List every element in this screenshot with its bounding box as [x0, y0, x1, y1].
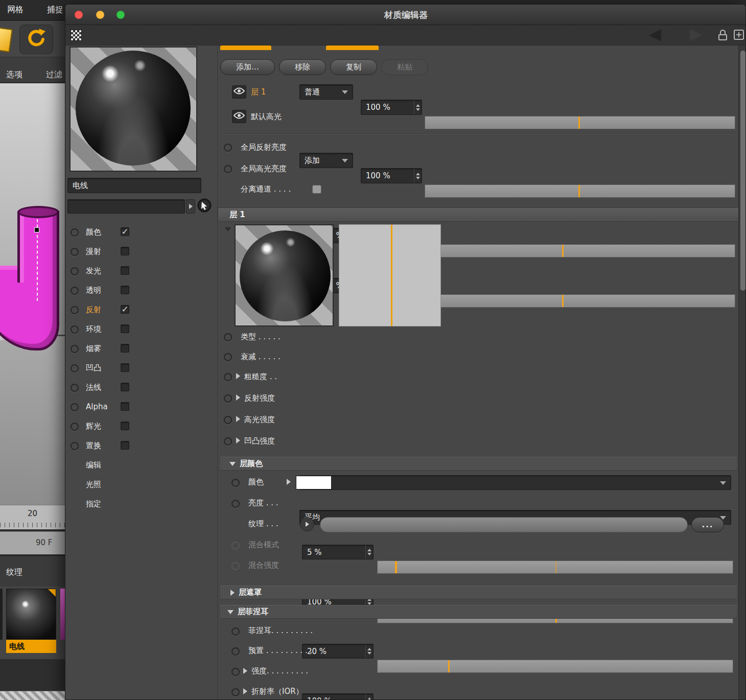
checker-preview-icon[interactable]	[71, 30, 82, 41]
stepper-icon[interactable]	[365, 644, 373, 658]
copy-layer-button[interactable]: 复制	[330, 59, 377, 75]
layer1-curve-preview[interactable]	[339, 224, 441, 326]
layer1-opacity-field[interactable]: 100 %	[361, 100, 422, 115]
type-dropdown[interactable]: GGX	[299, 475, 731, 490]
channel-checkbox[interactable]	[121, 247, 129, 255]
texture-expand-button[interactable]	[300, 517, 314, 531]
texture-more-button[interactable]: ...	[691, 517, 724, 532]
color-swatch[interactable]	[296, 476, 332, 489]
channel-checkbox[interactable]	[121, 422, 129, 430]
search-expand-button[interactable]	[186, 199, 195, 214]
channel-checkbox[interactable]	[121, 286, 129, 294]
roughness-slider[interactable]	[377, 561, 733, 574]
specular-strength-slider[interactable]	[377, 660, 733, 673]
tool-icon-partial[interactable]	[0, 27, 13, 52]
stepper-icon[interactable]	[414, 169, 422, 183]
material-name-field[interactable]: 电线	[67, 178, 201, 193]
collapse-arrow-icon[interactable]	[225, 227, 231, 231]
expand-arrow-icon[interactable]	[236, 373, 240, 379]
layer1-visibility-toggle[interactable]	[232, 85, 246, 99]
layer2-visibility-toggle[interactable]	[232, 110, 246, 123]
channel-row-fog[interactable]: 烟雾	[65, 339, 218, 359]
channel-label[interactable]: 发光	[86, 266, 101, 276]
channel-label[interactable]: Alpha	[86, 402, 108, 411]
channel-label[interactable]: 透明	[86, 286, 101, 295]
scrollbar-thumb[interactable]	[740, 51, 745, 291]
channel-row-transparency[interactable]: 透明	[65, 281, 218, 300]
layer-mask-section-header[interactable]: 层遮罩	[220, 586, 737, 599]
spline-point-handle[interactable]	[34, 227, 39, 232]
layer2-blend-mode-dropdown[interactable]: 添加	[299, 153, 353, 168]
channel-label[interactable]: 辉光	[86, 422, 101, 431]
channel-checkbox[interactable]: ✓	[121, 305, 129, 314]
expand-arrow-icon[interactable]	[236, 416, 240, 422]
window-scrollbar[interactable]	[738, 45, 746, 700]
channel-row-diffuse[interactable]: 漫射	[65, 242, 218, 262]
back-arrow-icon[interactable]	[649, 29, 661, 41]
channel-label[interactable]: 置换	[86, 441, 101, 451]
channel-row-glow[interactable]: 辉光	[65, 417, 218, 436]
tab-indicator-right[interactable]	[326, 45, 379, 50]
channel-row-bump[interactable]: 凹凸	[65, 359, 218, 378]
material-preview[interactable]	[69, 46, 197, 172]
layer1-section-header[interactable]: 层 1	[218, 207, 739, 222]
layer1-name[interactable]: 层 1	[251, 87, 266, 97]
stepper-icon[interactable]	[414, 100, 422, 114]
layer1-blend-mode-dropdown[interactable]: 普通	[299, 84, 353, 100]
viewport-object-tube[interactable]	[17, 211, 59, 283]
expand-arrow-icon[interactable]	[236, 437, 240, 444]
sidebar-item-edit[interactable]: 编辑	[86, 460, 101, 470]
channel-row-normal[interactable]: 法线	[65, 378, 218, 398]
channel-checkbox[interactable]	[121, 344, 129, 353]
channel-checkbox[interactable]	[121, 441, 129, 450]
tab-indicator-left[interactable]	[220, 45, 271, 50]
sidebar-item-illumination[interactable]: 光照	[86, 480, 101, 489]
layer1-preview[interactable]	[235, 224, 334, 326]
channel-row-environment[interactable]: 环境	[65, 320, 218, 339]
layer1-opacity-slider[interactable]	[425, 116, 735, 129]
bump-strength-field[interactable]: 100 %	[302, 693, 374, 700]
expand-arrow-icon[interactable]	[287, 479, 291, 485]
timeline-ruler[interactable]: 20	[0, 505, 65, 529]
channel-label[interactable]: 烟雾	[86, 344, 101, 354]
tab-filter[interactable]: 过滤	[46, 69, 62, 80]
stepper-icon[interactable]	[365, 545, 373, 559]
separate-passes-checkbox[interactable]	[312, 185, 321, 194]
channel-row-luminance[interactable]: 发光	[65, 262, 218, 281]
channel-checkbox[interactable]: ✓	[121, 227, 129, 236]
channel-label[interactable]: 环境	[86, 324, 101, 334]
frame-range-bar[interactable]: 90 F	[0, 531, 65, 554]
pick-object-icon[interactable]	[197, 198, 212, 213]
new-window-icon[interactable]: +	[734, 30, 744, 40]
paste-layer-button[interactable]: 粘贴	[381, 59, 428, 75]
expand-arrow-icon[interactable]	[243, 688, 247, 694]
lock-icon[interactable]	[718, 30, 727, 41]
menu-item-snap[interactable]: 捕捉	[47, 5, 63, 15]
viewport[interactable]	[0, 83, 65, 505]
channel-checkbox[interactable]	[121, 324, 129, 333]
channel-checkbox[interactable]	[121, 402, 129, 411]
channel-row-color[interactable]: 颜色 ✓	[65, 223, 218, 242]
material-thumb-name-badge[interactable]: 电线	[6, 640, 56, 653]
window-titlebar[interactable]: 材质编辑器	[65, 5, 746, 25]
channel-label[interactable]: 颜色	[86, 227, 101, 237]
menu-item-grid[interactable]: 网格	[7, 5, 24, 15]
channel-row-displacement[interactable]: 置换	[65, 436, 218, 456]
channel-row-alpha[interactable]: Alpha	[65, 398, 218, 417]
search-input[interactable]	[67, 199, 185, 214]
tab-options[interactable]: 选项	[6, 69, 22, 80]
layer2-name[interactable]: 默认高光	[251, 112, 282, 122]
material-thumb-selected[interactable]	[6, 589, 56, 640]
forward-arrow-icon[interactable]	[690, 29, 702, 41]
channel-label[interactable]: 凹凸	[86, 363, 101, 373]
texture-slot[interactable]	[320, 517, 688, 532]
channel-checkbox[interactable]	[121, 363, 129, 372]
layer2-opacity-slider[interactable]	[425, 184, 735, 198]
roughness-field[interactable]: 5 %	[302, 545, 374, 559]
channel-label[interactable]: 法线	[86, 383, 101, 392]
stepper-icon[interactable]	[365, 694, 373, 700]
material-thumb-partial-left[interactable]	[0, 589, 3, 640]
expand-arrow-icon[interactable]	[236, 394, 240, 401]
specular-strength-field[interactable]: 20 %	[302, 644, 374, 659]
channel-checkbox[interactable]	[121, 383, 129, 391]
